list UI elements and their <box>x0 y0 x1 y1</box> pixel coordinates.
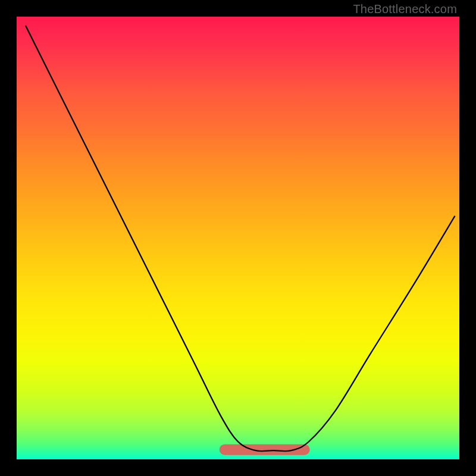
watermark-text: TheBottleneck.com <box>353 2 457 16</box>
bottleneck-curve <box>26 26 455 451</box>
chart-svg <box>17 17 459 459</box>
chart-plot-area <box>17 17 459 459</box>
